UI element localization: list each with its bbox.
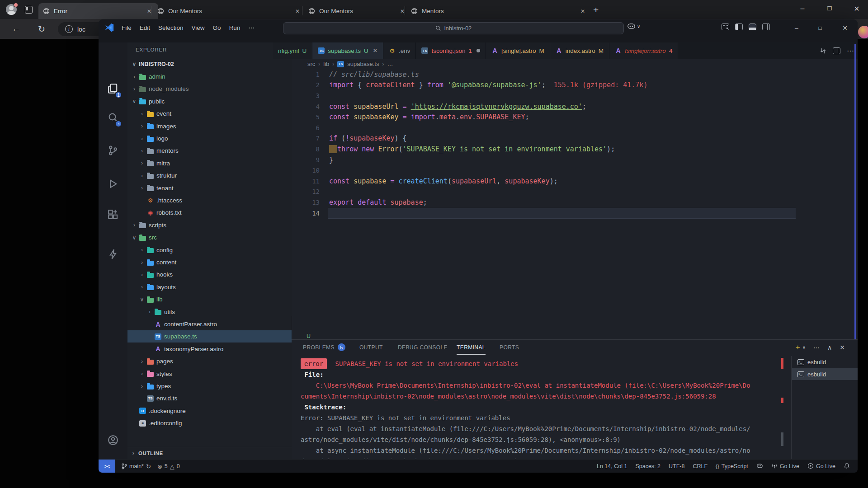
tree-file-contentParser.astro[interactable]: AcontentParser.astro xyxy=(127,318,292,330)
editor-tab-tsconfig.json[interactable]: TStsconfig.json1 xyxy=(416,42,486,59)
browser-tab[interactable]: Our Mentors✕ xyxy=(304,3,411,19)
menu-edit[interactable]: Edit xyxy=(136,23,154,33)
explorer-root-folder[interactable]: ∨ INBISTRO-02 xyxy=(127,59,292,70)
tree-folder-mitra[interactable]: ›mitra xyxy=(127,157,292,169)
tree-file-.editorconfig[interactable]: =.editorconfig xyxy=(127,417,292,429)
editor-tab-[single].astro[interactable]: A[single].astroM xyxy=(486,42,550,59)
tab-close-icon[interactable]: ✕ xyxy=(145,7,154,15)
problems-status[interactable]: ⊗ 5 △ 0 xyxy=(154,461,183,471)
tree-folder-public[interactable]: ∨public xyxy=(127,95,292,108)
browser-restore-button[interactable]: ❐ xyxy=(819,0,840,17)
editor-tab-.env[interactable]: ⚙.env xyxy=(383,42,416,59)
tree-folder-struktur[interactable]: ›struktur xyxy=(127,169,292,182)
editor-tab-supabase.ts[interactable]: TSsupabase.tsU✕ xyxy=(312,42,383,59)
more-actions-icon[interactable]: ⋯ xyxy=(847,47,854,55)
editor-tab-index.astro[interactable]: Aindex.astroM xyxy=(550,42,609,59)
tree-folder-event[interactable]: ›event xyxy=(127,108,292,120)
status-ln-14-col-1[interactable]: Ln 14, Col 1 xyxy=(594,461,630,471)
status-go-live[interactable]: Go Live xyxy=(768,461,802,471)
tree-folder-types[interactable]: ›types xyxy=(127,380,292,392)
browser-tab[interactable]: Our Mentors✕ xyxy=(153,3,307,19)
tree-folder-scripts[interactable]: ›scripts xyxy=(127,219,292,231)
new-terminal-icon[interactable]: + xyxy=(796,343,800,352)
browser-copilot-icon[interactable] xyxy=(858,26,868,38)
browser-minimize-button[interactable]: – xyxy=(792,0,813,17)
compare-changes-icon[interactable] xyxy=(820,47,826,54)
menu-file[interactable]: File xyxy=(118,23,136,33)
site-info-icon[interactable]: i xyxy=(65,25,73,33)
close-panel-icon[interactable]: ✕ xyxy=(840,344,845,351)
terminal-scrollbar-thumb[interactable] xyxy=(781,432,783,446)
tree-file-.dockerignore[interactable]: D.dockerignore xyxy=(127,405,292,417)
panel-tab-terminal[interactable]: TERMINAL xyxy=(457,340,486,355)
tree-folder-layouts[interactable]: ›layouts xyxy=(127,281,292,293)
command-center-search[interactable]: inbistro-02 xyxy=(283,22,624,34)
activity-account-icon[interactable] xyxy=(99,430,127,452)
customize-layout-icon[interactable] xyxy=(722,23,729,30)
activity-extensions-icon[interactable] xyxy=(99,205,127,226)
tree-folder-admin[interactable]: ›admin xyxy=(127,70,292,83)
maximize-panel-icon[interactable]: ∧ xyxy=(827,344,832,351)
panel-tab-debug-console[interactable]: DEBUG CONSOLE xyxy=(398,340,448,355)
tree-folder-content[interactable]: ›content xyxy=(127,256,292,268)
terminal-profile-chevron-icon[interactable]: ∨ xyxy=(802,345,806,350)
tab-close-icon[interactable]: ✕ xyxy=(373,47,377,54)
breadcrumb-item[interactable]: lib xyxy=(323,61,329,67)
activity-bolt-icon[interactable] xyxy=(99,244,127,266)
git-branch-status[interactable]: main* ↻ xyxy=(118,461,154,471)
breadcrumb[interactable]: src›lib›TSsupabase.ts›… xyxy=(307,61,393,67)
browser-tab[interactable]: Mentors✕ xyxy=(406,3,592,19)
tree-file-env.d.ts[interactable]: TSenv.d.ts xyxy=(127,392,292,404)
tree-folder-images[interactable]: ›images xyxy=(127,120,292,132)
tree-file-.htaccess[interactable]: ⚙.htaccess xyxy=(127,194,292,206)
code-viewport[interactable]: 1// src/lib/supabase.ts2import { createC… xyxy=(292,69,858,316)
activity-files-icon[interactable]: 1 xyxy=(99,79,127,100)
panel-tab-problems[interactable]: PROBLEMS5 xyxy=(303,340,345,355)
browser-close-button[interactable]: ✕ xyxy=(846,0,867,17)
menu-selection[interactable]: Selection xyxy=(154,23,188,33)
browser-reload-button[interactable]: ↻ xyxy=(38,24,45,34)
new-tab-button[interactable]: + xyxy=(593,5,599,15)
status-utf-8[interactable]: UTF-8 xyxy=(665,461,688,471)
menu-run[interactable]: Run xyxy=(225,23,245,33)
browser-back-button[interactable]: ← xyxy=(12,24,20,34)
tab-close-icon[interactable]: ✕ xyxy=(398,7,407,15)
activity-search-icon[interactable]: ◔ xyxy=(99,108,127,129)
tree-folder-utils[interactable]: ›utils xyxy=(127,306,292,318)
terminal-instance-esbuild[interactable]: >_esbuild xyxy=(792,356,858,368)
breadcrumb-item[interactable]: supabase.ts xyxy=(347,61,379,67)
tree-folder-pages[interactable]: ›pages xyxy=(127,355,292,367)
panel-tab-ports[interactable]: PORTS xyxy=(500,340,519,355)
status-go-live[interactable]: Go Live xyxy=(804,461,839,471)
more-actions-icon[interactable]: ⋯ xyxy=(813,344,820,351)
tree-folder-lib[interactable]: ∨lib xyxy=(127,293,292,305)
tree-file-supabase.ts[interactable]: TSsupabase.ts xyxy=(127,330,292,343)
tree-folder-tenant[interactable]: ›tenant xyxy=(127,182,292,194)
vscode-close-button[interactable]: ✕ xyxy=(835,19,854,37)
tree-folder-logo[interactable]: ›logo xyxy=(127,132,292,145)
menu-view[interactable]: View xyxy=(188,23,209,33)
vscode-minimize-button[interactable]: – xyxy=(787,19,806,37)
activity-debug-icon[interactable] xyxy=(99,174,127,196)
tree-folder-config[interactable]: ›config xyxy=(127,244,292,256)
status-copilot[interactable] xyxy=(753,461,766,471)
tree-file-taxonomyParser.astro[interactable]: AtaxonomyParser.astro xyxy=(127,343,292,355)
activity-scm-icon[interactable] xyxy=(99,141,127,162)
editor-tab-fsinglejori.astro[interactable]: Afsinglejori.astro4 xyxy=(609,42,678,59)
status-typescript[interactable]: {}TypeScript xyxy=(712,461,751,471)
tree-folder-node_modules[interactable]: ›node_modules xyxy=(127,83,292,95)
panel-tab-output[interactable]: OUTPUT xyxy=(359,340,383,355)
tree-folder-src[interactable]: ∨src xyxy=(127,231,292,244)
split-editor-icon[interactable] xyxy=(833,47,840,54)
breadcrumb-item[interactable]: … xyxy=(387,61,393,67)
browser-tab[interactable]: Error✕ xyxy=(38,3,158,19)
tree-file-robots.txt[interactable]: ◉robots.txt xyxy=(127,206,292,219)
copilot-account-chip[interactable]: ∨ xyxy=(627,23,640,29)
tab-close-icon[interactable]: ✕ xyxy=(578,7,587,15)
status-spaces-2[interactable]: Spaces: 2 xyxy=(632,461,664,471)
vscode-maximize-button[interactable]: □ xyxy=(811,19,830,37)
terminal-output[interactable]: error SUPABASE_KEY is not set in environ… xyxy=(301,358,793,458)
editor-tab-nfig.yml[interactable]: nfig.ymlU xyxy=(273,42,312,59)
menu-overflow-icon[interactable]: ⋯ xyxy=(244,22,259,33)
terminal-instance-esbuild[interactable]: >_esbuild xyxy=(792,368,858,380)
